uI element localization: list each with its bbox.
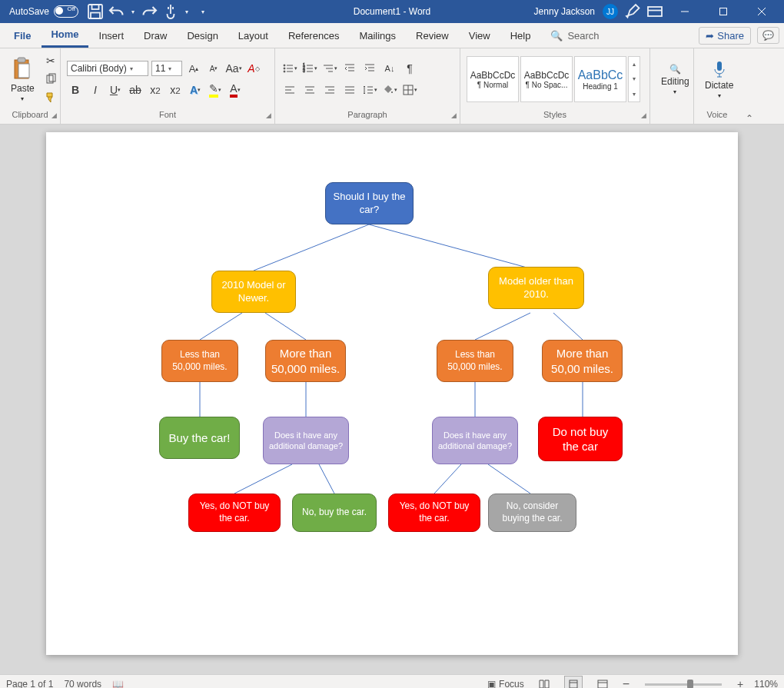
shading-button[interactable]: ▾: [381, 81, 398, 98]
tab-home[interactable]: Home: [42, 23, 88, 48]
text-effects-button[interactable]: A▾: [187, 81, 204, 98]
font-size-select[interactable]: 11▾: [151, 61, 182, 76]
print-layout-button[interactable]: [564, 676, 583, 688]
styles-more[interactable]: ▴▾▾: [628, 56, 640, 102]
tab-help[interactable]: Help: [501, 23, 540, 48]
copy-button[interactable]: [42, 71, 59, 88]
node-older-2010[interactable]: Model older than 2010.: [488, 267, 584, 309]
chevron-down-icon[interactable]: ▾: [183, 2, 191, 21]
zoom-level[interactable]: 110%: [754, 679, 778, 688]
dialog-launcher-icon[interactable]: ◢: [51, 111, 57, 119]
node-gt50k-b[interactable]: More than 50,00 miles.: [542, 340, 623, 382]
search-box[interactable]: 🔍Search: [541, 23, 608, 48]
style-normal[interactable]: AaBbCcDc¶ Normal: [467, 56, 519, 102]
zoom-out-button[interactable]: −: [623, 677, 630, 688]
shrink-font-button[interactable]: A▾: [205, 60, 222, 77]
decrease-indent-button[interactable]: [341, 60, 358, 77]
tab-view[interactable]: View: [460, 23, 500, 48]
dialog-launcher-icon[interactable]: ◢: [641, 111, 646, 119]
dictate-button[interactable]: Dictate▾: [700, 58, 738, 101]
focus-mode-button[interactable]: ▣Focus: [487, 679, 524, 688]
justify-button[interactable]: [341, 81, 358, 98]
zoom-slider[interactable]: [645, 683, 722, 686]
user-name[interactable]: Jenny Jackson: [534, 6, 595, 17]
status-page[interactable]: Page 1 of 1: [6, 679, 53, 688]
tab-file[interactable]: File: [5, 23, 40, 48]
document-area[interactable]: Should I buy the car? 2010 Model or Newe…: [0, 125, 784, 674]
node-yes-not-b[interactable]: Yes, do NOT buy the car.: [388, 494, 480, 532]
tab-references[interactable]: References: [279, 23, 348, 48]
format-painter-button[interactable]: [42, 89, 59, 106]
pen-icon[interactable]: [624, 2, 643, 21]
superscript-button[interactable]: x2: [167, 81, 184, 98]
node-lt50k-b[interactable]: Less than 50,000 miles.: [437, 340, 513, 382]
share-button[interactable]: ➦Share: [699, 27, 751, 45]
style-no-spacing[interactable]: AaBbCcDc¶ No Spac...: [520, 56, 573, 102]
bullets-button[interactable]: ▾: [281, 60, 298, 77]
redo-icon[interactable]: [140, 2, 158, 21]
tab-insert[interactable]: Insert: [90, 23, 134, 48]
user-avatar[interactable]: JJ: [603, 4, 618, 19]
highlight-button[interactable]: ✎▾: [207, 81, 224, 98]
close-button[interactable]: [744, 0, 779, 23]
tab-mailings[interactable]: Mailings: [350, 23, 405, 48]
undo-icon[interactable]: [108, 2, 126, 21]
cut-button[interactable]: ✂: [42, 52, 59, 69]
node-damage-a[interactable]: Does it have any additional damage?: [263, 417, 349, 464]
tab-design[interactable]: Design: [178, 23, 227, 48]
proofing-icon[interactable]: 📖: [112, 679, 124, 688]
italic-button[interactable]: I: [87, 81, 104, 98]
align-left-button[interactable]: [281, 81, 298, 98]
node-no-consider[interactable]: No, consider buying the car.: [488, 494, 576, 532]
node-yes-not-a[interactable]: Yes, do NOT buy the car.: [188, 494, 281, 532]
tab-review[interactable]: Review: [407, 23, 458, 48]
align-center-button[interactable]: [301, 81, 318, 98]
align-right-button[interactable]: [321, 81, 338, 98]
node-root[interactable]: Should I buy the car?: [325, 182, 414, 224]
paste-button[interactable]: Paste ▾: [6, 55, 39, 104]
show-marks-button[interactable]: ¶: [401, 60, 418, 77]
node-gt50k-a[interactable]: More than 50,000 miles.: [265, 340, 346, 382]
save-icon[interactable]: [86, 2, 105, 21]
zoom-in-button[interactable]: +: [737, 678, 743, 688]
node-lt50k-a[interactable]: Less than 50,000 miles.: [161, 340, 238, 382]
editing-button[interactable]: 🔍Editing▾: [656, 62, 694, 97]
dialog-launcher-icon[interactable]: ◢: [266, 111, 271, 119]
font-name-select[interactable]: Calibri (Body)▾: [67, 61, 148, 76]
maximize-button[interactable]: [706, 0, 741, 23]
strike-button[interactable]: ab: [127, 81, 144, 98]
minimize-button[interactable]: [667, 0, 703, 23]
line-spacing-button[interactable]: ▾: [361, 81, 378, 98]
comments-button[interactable]: 💬: [757, 27, 779, 44]
ribbon-display-icon[interactable]: [646, 2, 664, 21]
change-case-button[interactable]: Aa▾: [225, 60, 242, 77]
node-dont-buy[interactable]: Do not buy the car: [538, 417, 623, 461]
tab-draw[interactable]: Draw: [135, 23, 176, 48]
font-color-button[interactable]: A▾: [227, 81, 244, 98]
read-mode-button[interactable]: [535, 676, 553, 688]
grow-font-button[interactable]: A▴: [185, 60, 202, 77]
node-damage-b[interactable]: Does it have any additional damage?: [432, 417, 518, 464]
borders-button[interactable]: ▾: [401, 81, 418, 98]
clear-format-button[interactable]: A◇: [245, 60, 262, 77]
dialog-launcher-icon[interactable]: ◢: [451, 111, 457, 119]
numbering-button[interactable]: 123▾: [301, 60, 318, 77]
autosave-toggle[interactable]: AutoSave Off: [9, 5, 78, 18]
style-heading1[interactable]: AaBbCcHeading 1: [574, 56, 626, 102]
page[interactable]: Should I buy the car? 2010 Model or Newe…: [46, 132, 738, 655]
increase-indent-button[interactable]: [361, 60, 378, 77]
collapse-ribbon-button[interactable]: ⌃: [740, 48, 759, 127]
subscript-button[interactable]: x2: [147, 81, 164, 98]
status-words[interactable]: 70 words: [64, 679, 101, 688]
multilevel-button[interactable]: ▾: [321, 60, 338, 77]
sort-button[interactable]: A↓: [381, 60, 398, 77]
styles-gallery[interactable]: AaBbCcDc¶ Normal AaBbCcDc¶ No Spac... Aa…: [467, 56, 640, 102]
node-2010-newer[interactable]: 2010 Model or Newer.: [211, 271, 296, 313]
bold-button[interactable]: B: [67, 81, 84, 98]
underline-button[interactable]: U▾: [107, 81, 124, 98]
node-buy[interactable]: Buy the car!: [159, 417, 240, 459]
web-layout-button[interactable]: [593, 676, 612, 688]
tab-layout[interactable]: Layout: [229, 23, 277, 48]
node-no-buy-a[interactable]: No, buy the car.: [292, 494, 377, 532]
customize-qat-icon[interactable]: ▾: [194, 2, 212, 21]
